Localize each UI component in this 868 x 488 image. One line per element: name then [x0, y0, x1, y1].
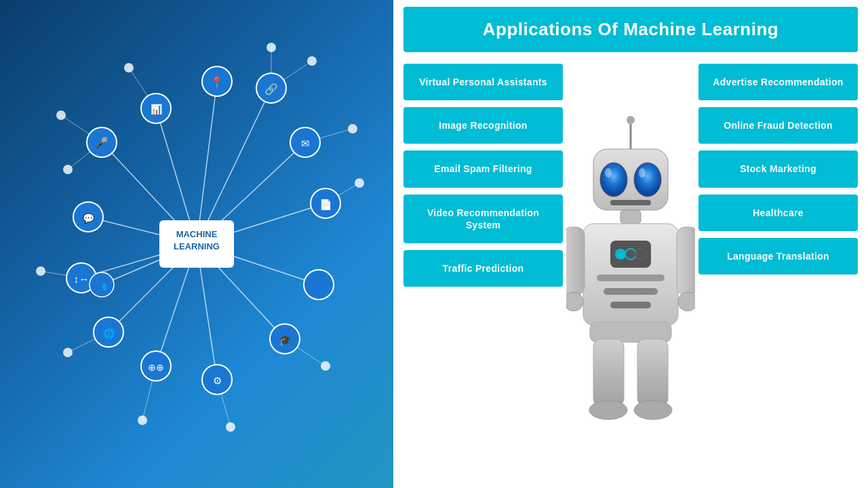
card-email-spam[interactable]: Email Spam Filtering: [403, 150, 563, 187]
svg-text:🎤: 🎤: [95, 136, 108, 149]
svg-rect-86: [566, 227, 585, 295]
svg-text:📍: 📍: [210, 76, 224, 89]
svg-text:👥: 👥: [97, 281, 107, 291]
card-traffic-prediction[interactable]: Traffic Prediction: [403, 250, 563, 287]
right-panel: Applications Of Machine Learning Virtual…: [393, 0, 868, 488]
svg-point-62: [348, 124, 357, 134]
svg-point-68: [36, 266, 45, 276]
svg-point-81: [625, 249, 636, 260]
svg-text:🔗: 🔗: [264, 83, 278, 96]
network-container: MACHINE LEARNING 🎤 📊 📍 🔗 ✉ 📄 👤 🎓: [20, 20, 373, 468]
svg-point-87: [566, 292, 583, 311]
svg-point-59: [124, 63, 134, 73]
card-video-recommendation[interactable]: Video Recommendation System: [403, 195, 563, 243]
svg-text:💬: 💬: [83, 213, 95, 224]
svg-point-72: [600, 163, 627, 197]
svg-text:LEARNING: LEARNING: [174, 241, 220, 251]
svg-line-2: [197, 81, 217, 244]
svg-text:↕↔: ↕↔: [74, 273, 90, 285]
svg-text:✉: ✉: [301, 138, 310, 149]
svg-text:⚙: ⚙: [213, 375, 222, 386]
svg-rect-77: [620, 210, 641, 224]
svg-rect-93: [637, 339, 668, 407]
svg-point-70: [627, 116, 635, 124]
svg-point-60: [267, 43, 276, 52]
left-panel: MACHINE LEARNING 🎤 📊 📍 🔗 ✉ 📄 👤 🎓: [0, 0, 393, 488]
svg-point-92: [589, 401, 627, 420]
svg-point-73: [634, 163, 661, 197]
svg-text:📊: 📊: [151, 104, 163, 115]
card-stock-marketing[interactable]: Stock Marketing: [698, 150, 858, 187]
svg-text:🎓: 🎓: [279, 334, 292, 346]
svg-point-63: [355, 178, 364, 188]
svg-text:MACHINE: MACHINE: [176, 229, 218, 239]
svg-point-57: [56, 110, 66, 120]
svg-point-67: [63, 348, 73, 357]
svg-text:📄: 📄: [319, 199, 332, 211]
svg-point-58: [63, 165, 73, 174]
card-language-translation[interactable]: Language Translation: [698, 238, 858, 274]
svg-point-66: [138, 415, 147, 425]
right-cards-column: Advertise Recommendation Online Fraud De…: [698, 60, 858, 481]
svg-rect-76: [610, 200, 651, 205]
robot-image: [563, 60, 698, 481]
svg-point-80: [615, 249, 626, 260]
page-title: Applications Of Machine Learning: [403, 7, 858, 52]
svg-rect-84: [604, 288, 658, 295]
svg-rect-85: [610, 302, 651, 308]
svg-rect-83: [597, 274, 665, 281]
card-image-recognition[interactable]: Image Recognition: [403, 107, 563, 144]
svg-point-61: [307, 56, 317, 66]
svg-point-94: [634, 401, 672, 420]
card-healthcare[interactable]: Healthcare: [698, 195, 858, 231]
card-virtual-assistants[interactable]: Virtual Personal Assistants: [403, 64, 563, 100]
svg-rect-91: [593, 339, 624, 407]
left-cards-column: Virtual Personal Assistants Image Recogn…: [403, 60, 563, 481]
card-online-fraud[interactable]: Online Fraud Detection: [698, 107, 858, 144]
svg-rect-88: [677, 227, 695, 295]
svg-text:👤: 👤: [313, 279, 326, 291]
card-advertise-recommendation[interactable]: Advertise Recommendation: [698, 64, 858, 100]
svg-point-89: [678, 292, 695, 311]
svg-text:🌐: 🌐: [103, 328, 115, 340]
svg-point-64: [321, 361, 330, 371]
svg-point-75: [639, 168, 646, 178]
svg-text:⊕⊕: ⊕⊕: [148, 362, 164, 373]
svg-point-82: [635, 249, 646, 260]
svg-point-74: [605, 168, 612, 178]
content-area: Virtual Personal Assistants Image Recogn…: [403, 60, 858, 481]
svg-point-65: [226, 422, 235, 432]
